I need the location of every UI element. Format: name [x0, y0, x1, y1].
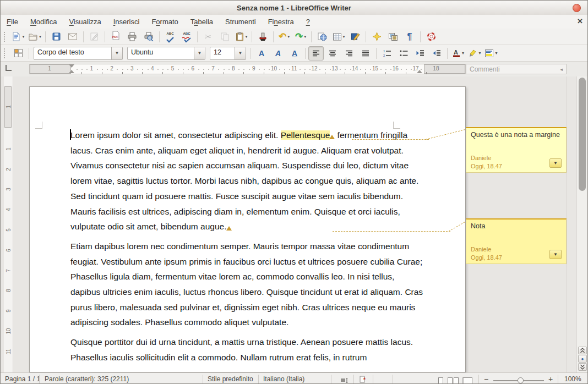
document-text[interactable]: Lorem ipsum dolor sit amet, consectetur …: [70, 128, 424, 370]
comment-anchor-icon[interactable]: [226, 226, 232, 231]
book-view-button[interactable]: [462, 376, 472, 384]
menu-tabella[interactable]: Tabella: [184, 16, 219, 28]
menu-inserisci[interactable]: Inserisci: [107, 16, 146, 28]
chevron-down-icon[interactable]: ▾: [287, 34, 290, 39]
edit-mode-button[interactable]: [86, 30, 102, 44]
paragraph-background-button[interactable]: ▾: [483, 46, 499, 61]
chevron-down-icon[interactable]: ▾: [478, 51, 481, 56]
spellcheck-button[interactable]: ABC: [162, 30, 178, 44]
collapse-comments-icon[interactable]: ◂: [560, 67, 563, 72]
language-status[interactable]: Italiano (Italia): [263, 375, 304, 383]
single-page-view-button[interactable]: [438, 376, 443, 384]
styles-panel-button[interactable]: [10, 46, 26, 61]
ruler-right-margin[interactable]: [424, 64, 465, 74]
selection-mode-icon[interactable]: [341, 377, 349, 384]
margin-note[interactable]: Questa è una nota a margine Daniele Oggi…: [466, 127, 567, 173]
document-modified-icon[interactable]: *: [360, 376, 367, 384]
multi-page-view-button[interactable]: [448, 376, 459, 384]
open-file-button[interactable]: ▾: [27, 30, 42, 44]
word-count-status[interactable]: Parole (caratteri): 325 (2211): [45, 375, 129, 383]
navigate-by-button[interactable]: ●: [578, 355, 587, 363]
auto-spellcheck-button[interactable]: ABC: [179, 30, 194, 44]
next-page-button[interactable]: [578, 363, 587, 371]
paragraph-1[interactable]: Lorem ipsum dolor sit amet, consectetur …: [70, 128, 424, 234]
note-text[interactable]: Nota: [471, 222, 562, 230]
redo-button[interactable]: ↷ ▾: [293, 30, 308, 44]
chevron-down-icon[interactable]: ▼: [235, 47, 246, 59]
bold-button[interactable]: A: [254, 46, 269, 61]
align-left-button[interactable]: [308, 46, 324, 61]
navigator-button[interactable]: [369, 30, 384, 44]
note-text[interactable]: Questa è una nota a margine: [471, 131, 562, 139]
chevron-down-icon[interactable]: ▾: [343, 34, 345, 39]
insert-hyperlink-button[interactable]: [314, 30, 330, 44]
menu-modifica[interactable]: Modifica: [24, 16, 63, 28]
chevron-down-icon[interactable]: ▼: [194, 47, 205, 59]
commented-text-highlight[interactable]: Pellentesque: [281, 130, 330, 140]
help-button[interactable]: [423, 30, 439, 44]
font-color-button[interactable]: A ▾: [450, 46, 466, 61]
chevron-down-icon[interactable]: ▾: [39, 34, 41, 39]
save-button[interactable]: [48, 30, 64, 44]
print-button[interactable]: [124, 30, 140, 44]
cut-button[interactable]: ✂: [200, 30, 216, 44]
insert-table-button[interactable]: ▾: [331, 30, 346, 44]
menu-strumenti[interactable]: Strumenti: [219, 16, 262, 28]
page-number-status[interactable]: Pagina 1 / 1: [5, 375, 40, 383]
undo-button[interactable]: ↶ ▾: [276, 30, 292, 44]
margin-note[interactable]: Nota Daniele Oggi, 18.47 ▼: [466, 218, 567, 264]
increase-indent-button[interactable]: [429, 46, 444, 61]
chevron-down-icon[interactable]: ▾: [462, 51, 464, 56]
chevron-down-icon[interactable]: ▾: [246, 34, 248, 39]
comment-anchor-icon[interactable]: [329, 135, 335, 139]
menu-help[interactable]: ?: [300, 16, 316, 28]
horizontal-ruler[interactable]: 1 123456789101112131415161718: [29, 64, 466, 74]
zoom-level-status[interactable]: 100%: [564, 375, 581, 383]
vertical-scrollbar-thumb[interactable]: [579, 78, 586, 191]
unordered-list-button[interactable]: [396, 46, 411, 61]
previous-page-button[interactable]: [578, 347, 587, 354]
toolbar-grip[interactable]: [4, 32, 7, 42]
copy-button[interactable]: [217, 30, 232, 44]
paragraph-style-combo[interactable]: Corpo del testo ▼: [34, 47, 123, 60]
chevron-down-icon[interactable]: ▾: [304, 34, 306, 39]
comments-toggle-button[interactable]: Commenti ◂: [466, 64, 567, 74]
paste-button[interactable]: ▾: [233, 30, 249, 44]
page-style-status[interactable]: Stile predefinito: [208, 375, 253, 383]
first-line-indent-marker[interactable]: [69, 64, 74, 68]
chevron-down-icon[interactable]: ▾: [495, 51, 497, 56]
tab-stop-selector-icon[interactable]: [6, 65, 12, 71]
highlight-color-button[interactable]: ▾: [467, 46, 482, 61]
zoom-in-icon[interactable]: +: [548, 375, 553, 383]
email-document-button[interactable]: [65, 30, 80, 44]
close-document-icon[interactable]: ✕: [577, 17, 583, 25]
gallery-button[interactable]: [385, 30, 401, 44]
export-pdf-button[interactable]: PDF: [108, 30, 123, 44]
title-bar[interactable]: Senza nome 1 - LibreOffice Writer: [1, 1, 587, 15]
show-draw-functions-button[interactable]: [347, 30, 363, 44]
zoom-slider-thumb[interactable]: [518, 377, 524, 383]
note-menu-button[interactable]: ▼: [549, 158, 562, 168]
print-preview-button[interactable]: [141, 30, 156, 44]
chevron-down-icon[interactable]: ▾: [22, 34, 24, 39]
underline-button[interactable]: A: [287, 46, 302, 61]
clone-formatting-button[interactable]: [255, 30, 270, 44]
align-right-button[interactable]: [341, 46, 357, 61]
align-justify-button[interactable]: [358, 46, 373, 61]
menu-file[interactable]: File: [1, 16, 24, 28]
paragraph-style-value[interactable]: Corpo del testo: [34, 47, 111, 59]
menu-finestra[interactable]: Finestra: [262, 16, 300, 28]
font-size-value[interactable]: 12: [210, 47, 235, 59]
toolbar-grip[interactable]: [4, 48, 7, 58]
window-status-dot-icon[interactable]: [573, 4, 581, 12]
italic-button[interactable]: A: [270, 46, 286, 61]
font-name-combo[interactable]: Ubuntu ▼: [127, 47, 205, 60]
align-center-button[interactable]: [325, 46, 340, 61]
ordered-list-button[interactable]: 12: [379, 46, 395, 61]
chevron-down-icon[interactable]: ▼: [111, 47, 122, 59]
zoom-out-icon[interactable]: −: [484, 375, 488, 383]
paragraph-2[interactable]: Etiam dapibus lorem nec condimentum semp…: [70, 239, 424, 330]
decrease-indent-button[interactable]: [412, 46, 428, 61]
menu-visualizza[interactable]: Visualizza: [63, 16, 107, 28]
new-document-button[interactable]: ▾: [10, 30, 26, 44]
